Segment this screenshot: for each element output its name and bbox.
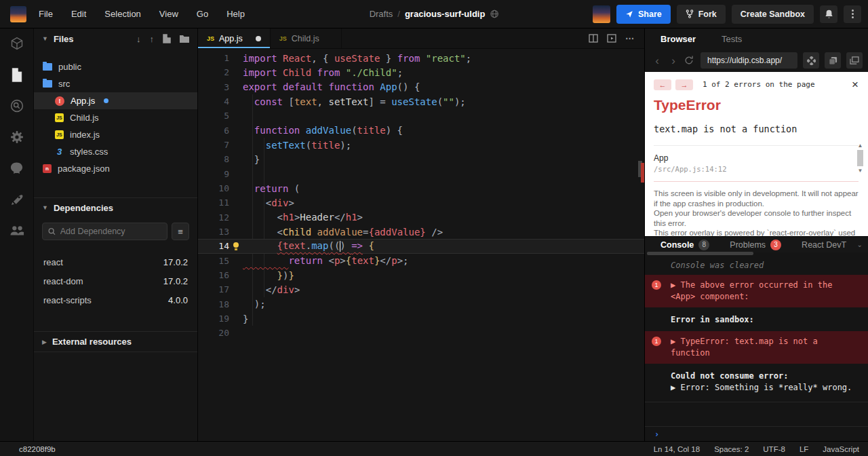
new-file-icon[interactable]	[163, 34, 171, 43]
create-sandbox-button[interactable]: Create Sandbox	[732, 5, 814, 24]
more-options-button[interactable]	[844, 5, 861, 23]
github-icon[interactable]	[9, 161, 24, 176]
file-public[interactable]: public	[34, 58, 197, 75]
code-line-4[interactable]: 4 const [text, setText] = useState("");	[198, 94, 644, 109]
dependency-react[interactable]: react17.0.2	[34, 252, 197, 271]
live-collaboration-users-icon[interactable]	[9, 223, 24, 238]
url-input[interactable]	[707, 56, 791, 65]
new-folder-icon[interactable]	[180, 35, 189, 43]
lightbulb-icon[interactable]	[232, 242, 240, 250]
code-line-6[interactable]: 6 function addValue(title) {	[198, 124, 644, 138]
tab-App.js[interactable]: JSApp.js	[198, 28, 271, 48]
settings-gear-icon[interactable]	[9, 130, 24, 145]
code-line-7[interactable]: 7 setText(title);	[198, 138, 644, 152]
code-line-19[interactable]: 19}	[198, 311, 644, 326]
code-line-15[interactable]: 15 return <p>{text}</p>;	[198, 254, 644, 268]
file-App.js[interactable]: !App.js	[34, 92, 197, 109]
code-line-16[interactable]: 16 })}	[198, 268, 644, 282]
dependency-list-button[interactable]: ≡	[172, 223, 189, 240]
status-lf[interactable]: LF	[800, 445, 808, 453]
code-line-14[interactable]: 14 {text.map(() => {	[198, 239, 644, 253]
search-icon[interactable]	[9, 98, 24, 113]
scroll-up-icon[interactable]: ▲	[858, 142, 863, 149]
user-avatar[interactable]	[593, 5, 610, 23]
file-index.js[interactable]: JSindex.js	[34, 126, 197, 143]
files-section-header[interactable]: ▼ Files ↓ ↑	[34, 28, 197, 49]
code-line-1[interactable]: 1import React, { useState } from "react"…	[198, 51, 644, 65]
external-resources-header[interactable]: ▶ External resources	[34, 332, 197, 352]
next-error-button[interactable]: →	[675, 79, 693, 90]
console-error-row[interactable]: 1▶ TypeError: text.map is not a function	[645, 331, 868, 364]
code-editor[interactable]: 1import React, { useState } from "react"…	[198, 49, 644, 441]
open-in-new-window-button[interactable]	[846, 52, 863, 69]
console-expand-chevron-icon[interactable]: ⌄	[857, 241, 863, 248]
file-Child.js[interactable]: JSChild.js	[34, 109, 197, 126]
menu-file[interactable]: File	[39, 9, 53, 19]
preview-tab-browser[interactable]: Browser	[660, 34, 696, 44]
code-line-20[interactable]: 20	[198, 326, 644, 340]
sandbox-title[interactable]: gracious-surf-uldip	[405, 9, 485, 19]
code-line-18[interactable]: 18 );	[198, 297, 644, 311]
split-editor-icon[interactable]	[589, 34, 598, 43]
forward-icon[interactable]: ›	[668, 55, 679, 66]
sort-down-icon[interactable]: ↓	[136, 34, 141, 44]
copy-url-button[interactable]	[825, 52, 841, 69]
breadcrumb-section[interactable]: Drafts	[370, 9, 393, 19]
status-utf-8[interactable]: UTF-8	[763, 445, 785, 453]
share-button[interactable]: Share	[616, 5, 671, 24]
sort-up-icon[interactable]: ↑	[150, 34, 155, 44]
console-tabs-scrollbar[interactable]	[647, 252, 753, 255]
code-line-10[interactable]: 10 return (	[198, 181, 644, 195]
fork-button[interactable]: Fork	[677, 5, 726, 24]
prev-error-button[interactable]: ←	[654, 79, 671, 90]
code-line-12[interactable]: 12 <h1>Header</h1>	[198, 210, 644, 225]
file-styles.css[interactable]: 3styles.css	[34, 143, 197, 160]
file-package.json[interactable]: npackage.json	[34, 160, 197, 177]
menu-edit[interactable]: Edit	[71, 9, 86, 19]
file-src[interactable]: src	[34, 75, 197, 92]
code-line-5[interactable]: 5	[198, 109, 644, 123]
sandbox-cube-icon[interactable]	[9, 36, 24, 51]
codesandbox-logo[interactable]	[10, 6, 26, 22]
overlay-scrollbar-thumb[interactable]	[857, 150, 863, 166]
dependency-search[interactable]	[42, 223, 167, 240]
tab-Child.js[interactable]: JSChild.js	[271, 28, 342, 48]
dependency-react-dom[interactable]: react-dom17.0.2	[34, 271, 197, 290]
dependencies-section-header[interactable]: ▼ Dependencies	[34, 198, 197, 217]
open-preview-icon[interactable]	[607, 34, 616, 43]
add-dependency-input[interactable]	[60, 227, 161, 236]
more-actions-icon[interactable]: ⋯	[625, 33, 635, 43]
code-line-17[interactable]: 17 </div>	[198, 282, 644, 297]
code-line-8[interactable]: 8 }	[198, 152, 644, 166]
code-line-13[interactable]: 13 <Child addValue={addValue} />	[198, 225, 644, 239]
code-line-11[interactable]: 11 <div>	[198, 195, 644, 210]
deployment-rocket-icon[interactable]	[9, 192, 24, 207]
url-bar[interactable]	[701, 52, 797, 69]
breadcrumb[interactable]: Drafts / gracious-surf-uldip	[370, 9, 499, 19]
status-javascript[interactable]: JavaScript	[823, 445, 859, 453]
refresh-icon[interactable]	[684, 56, 695, 65]
scroll-down-icon[interactable]: ▼	[858, 168, 863, 174]
console-input-prompt[interactable]: ›	[645, 426, 868, 441]
console-error-row[interactable]: 1▶ The above error occurred in the <App>…	[645, 275, 868, 307]
file-explorer-icon[interactable]	[9, 67, 24, 82]
code-line-2[interactable]: 2import Child from "./Child";	[198, 65, 644, 79]
back-icon[interactable]: ‹	[652, 55, 663, 66]
menu-view[interactable]: View	[159, 9, 178, 19]
responsive-mode-button[interactable]	[803, 52, 819, 69]
console-log-row[interactable]: Error in sandbox:	[645, 312, 868, 328]
status-spaces[interactable]: Spaces: 2	[714, 445, 749, 453]
dependency-react-scripts[interactable]: react-scripts4.0.0	[34, 290, 197, 309]
preview-tab-tests[interactable]: Tests	[722, 34, 742, 44]
status-ln[interactable]: Ln 14, Col 18	[654, 445, 700, 453]
menu-selection[interactable]: Selection	[104, 9, 140, 19]
code-line-3[interactable]: 3export default function App() {	[198, 80, 644, 94]
console-tab-react-devt[interactable]: React DevT	[802, 240, 846, 250]
console-tab-problems[interactable]: Problems3	[730, 240, 781, 250]
menu-help[interactable]: Help	[226, 9, 245, 19]
stack-frame[interactable]: App /src/App.js:14:12	[654, 153, 859, 173]
code-line-9[interactable]: 9	[198, 167, 644, 181]
console-log-row[interactable]: Could not consume error:▶ Error: Somethi…	[645, 368, 868, 396]
close-icon[interactable]: ×	[852, 79, 859, 90]
notifications-button[interactable]	[820, 5, 837, 23]
